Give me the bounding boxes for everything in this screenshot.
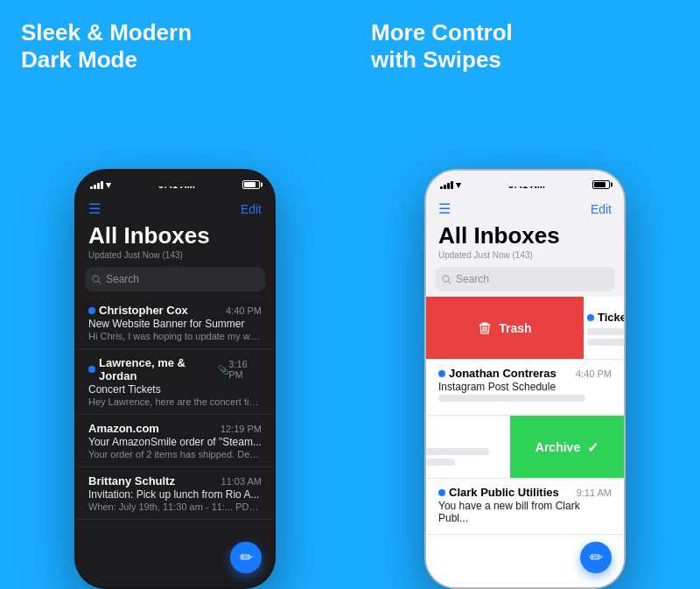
light-phone-screen: ▾ 9:41 AM ☰ Edit All Inboxes Updated Jus… — [426, 171, 624, 587]
right-headline: More Control with Swipes — [350, 0, 700, 74]
time-2-light: 4:40 PM — [576, 368, 612, 379]
compose-fab-dark[interactable]: ✏ — [230, 542, 262, 573]
preview-2-dark: Hey Lawrence, here are the concert ticke… — [88, 396, 262, 407]
status-right-dark — [242, 180, 260, 189]
search-icon-dark — [92, 275, 102, 284]
time-4-light: 9:11 AM — [577, 487, 612, 498]
inbox-title-light: All Inboxes — [426, 221, 624, 250]
sender-2-light: Jonathan Contreras — [449, 367, 556, 380]
right-panel: More Control with Swipes ▾ 9:41 AM — [350, 0, 700, 589]
sender-1-dark: Christopher Cox — [99, 304, 188, 317]
preview-bar-3b — [426, 459, 455, 466]
svg-point-2 — [443, 276, 449, 282]
sender-4-light: Clark Public Utilities — [449, 486, 559, 499]
paperclip-icon: 📎 — [218, 365, 228, 375]
signal-icon-light — [440, 180, 453, 189]
preview-1-dark: Hi Chris, I was hoping to update my webs… — [88, 331, 262, 341]
svg-line-3 — [449, 281, 452, 284]
subject-2-dark: Concert Tickets — [88, 383, 262, 396]
email-item-1-dark[interactable]: Christopher Cox 4:40 PM New Website Bann… — [76, 297, 274, 349]
email-item-2-light[interactable]: Jonathan Contreras 4:40 PM Instagram Pos… — [426, 360, 624, 416]
updated-text-light: Updated Just Now (143) — [426, 250, 624, 263]
email-row-1-light[interactable]: Trash Ticketmaster — [426, 297, 624, 360]
compose-fab-light[interactable]: ✏ — [580, 542, 612, 573]
sender-4-dark: Brittany Schultz — [88, 474, 175, 487]
trash-label: Trash — [499, 321, 531, 335]
email-item-4-dark[interactable]: Brittany Schultz 11:03 AM Invitation: Pi… — [76, 467, 274, 520]
left-headline: Sleek & Modern Dark Mode — [0, 0, 350, 74]
search-placeholder-light: Search — [456, 273, 489, 285]
preview-bar-1b — [587, 339, 624, 346]
search-bar-light[interactable]: Search — [435, 267, 615, 291]
light-phone: ▾ 9:41 AM ☰ Edit All Inboxes Updated Jus… — [424, 169, 626, 589]
app-header-dark: ☰ Edit — [76, 195, 274, 221]
trash-action[interactable]: Trash — [426, 297, 584, 360]
archive-action[interactable]: Archive ✓ — [510, 416, 624, 479]
wifi-icon-light: ▾ — [456, 179, 461, 191]
inbox-title-dark: All Inboxes — [76, 221, 274, 250]
phone-notch-dark — [136, 171, 214, 186]
left-panel: Sleek & Modern Dark Mode ▾ 9:41 AM — [0, 0, 350, 589]
subject-4-light: You have a new bill from Clark Publ... — [438, 500, 612, 524]
sender-2-dark: Lawrence, me & Jordan — [99, 356, 214, 382]
unread-dot — [88, 307, 95, 314]
email-item-swiped-3: 1:52 PM — [426, 416, 519, 479]
archive-label: Archive — [536, 440, 580, 454]
email-item-3-dark[interactable]: Amazon.com 12:19 PM Your AmazonSmile ord… — [76, 415, 274, 467]
status-left-dark: ▾ — [90, 179, 111, 191]
time-3-dark: 12:19 PM — [220, 424, 262, 434]
time-4-dark: 11:03 AM — [221, 476, 262, 487]
menu-icon-dark[interactable]: ☰ — [88, 200, 101, 217]
pencil-icon-dark: ✏ — [240, 548, 253, 567]
email-item-2-dark[interactable]: Lawrence, me & Jordan 📎 3:16 PM Concert … — [76, 349, 274, 415]
phone-notch-light — [486, 171, 564, 186]
status-right-light — [592, 180, 610, 189]
time-2-dark: 3:16 PM — [228, 359, 262, 380]
subject-4-dark: Invitation: Pick up lunch from Rio A... — [88, 488, 262, 501]
wifi-icon: ▾ — [106, 179, 111, 191]
edit-button-dark[interactable]: Edit — [241, 202, 262, 216]
unread-dot-2 — [88, 366, 95, 373]
status-left-light: ▾ — [440, 179, 461, 191]
updated-text-dark: Updated Just Now (143) — [76, 250, 274, 263]
preview-3-dark: Your order of 2 items has shipped. Detai… — [88, 449, 262, 459]
svg-point-0 — [93, 276, 99, 282]
edit-button-light[interactable]: Edit — [591, 202, 612, 216]
preview-bar-3 — [426, 448, 489, 455]
search-icon-light — [442, 275, 452, 284]
battery-icon-light — [592, 180, 610, 189]
signal-icon — [90, 180, 103, 189]
svg-rect-4 — [480, 325, 490, 326]
subject-2-light: Instagram Post Schedule — [438, 381, 612, 393]
preview-bar-2 — [438, 395, 585, 402]
trash-icon — [478, 321, 492, 335]
time-1-dark: 4:40 PM — [226, 305, 262, 316]
dark-phone-screen: ▾ 9:41 AM ☰ Edit All Inboxes Updated Jus… — [76, 171, 274, 587]
dark-phone: ▾ 9:41 AM ☰ Edit All Inboxes Updated Jus… — [74, 169, 276, 589]
sender-3-dark: Amazon.com — [88, 422, 159, 435]
search-placeholder-dark: Search — [106, 273, 139, 285]
app-header-light: ☰ Edit — [426, 195, 624, 221]
battery-icon-dark — [242, 180, 260, 189]
search-bar-dark[interactable]: Search — [85, 267, 265, 291]
email-row-3-light[interactable]: Archive ✓ 1:52 PM — [426, 416, 624, 479]
email-item-4-light[interactable]: Clark Public Utilities 9:11 AM You have … — [426, 479, 624, 535]
preview-bar-1 — [587, 328, 624, 335]
pencil-icon-light: ✏ — [590, 548, 603, 567]
checkmark-icon: ✓ — [587, 439, 598, 456]
sender-1-light: Ticketmaster — [598, 311, 624, 324]
preview-4-dark: When: July 19th, 11:30 am - 11:... PDT. … — [88, 501, 262, 512]
subject-1-dark: New Website Banner for Summer — [88, 318, 262, 330]
svg-line-1 — [99, 281, 102, 284]
subject-3-dark: Your AmazonSmile order of "Steam... — [88, 436, 262, 448]
menu-icon-light[interactable]: ☰ — [438, 200, 451, 217]
